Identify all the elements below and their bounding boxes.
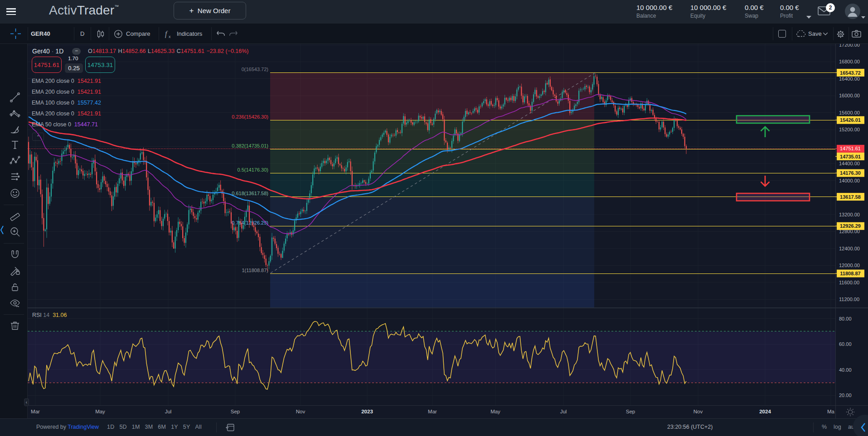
svg-text:Nov: Nov — [296, 409, 305, 414]
svg-text:14400.00: 14400.00 — [839, 161, 860, 166]
svg-text:12400.00: 12400.00 — [839, 246, 860, 251]
svg-text:Jul: Jul — [165, 409, 172, 414]
svg-text:12000.00: 12000.00 — [839, 263, 860, 268]
svg-text:Jul: Jul — [560, 409, 567, 414]
svg-text:x: x — [169, 34, 171, 38]
svg-text:2024: 2024 — [759, 409, 771, 414]
svg-text:12926.29: 12926.29 — [840, 223, 861, 229]
svg-text:1(11808.87): 1(11808.87) — [242, 268, 268, 273]
svg-text:14751.61: 14751.61 — [840, 146, 861, 151]
svg-text:May: May — [490, 409, 500, 414]
svg-text:Mar: Mar — [428, 409, 437, 414]
svg-text:2023: 2023 — [361, 409, 373, 414]
svg-text:0.5(14176.30): 0.5(14176.30) — [238, 167, 269, 172]
svg-text:0.764(12926.29): 0.764(12926.29) — [232, 220, 268, 225]
svg-text:14176.30: 14176.30 — [840, 170, 861, 176]
svg-text:0.618(13617.58): 0.618(13617.58) — [232, 191, 268, 196]
svg-text:Ma: Ma — [827, 409, 835, 414]
svg-text:13617.58: 13617.58 — [840, 194, 861, 200]
svg-text:Sep: Sep — [626, 409, 635, 414]
svg-text:Nov: Nov — [693, 409, 703, 414]
svg-text:16400.00: 16400.00 — [839, 76, 860, 81]
svg-text:14000.00: 14000.00 — [839, 178, 860, 183]
svg-text:17200.00: 17200.00 — [839, 44, 860, 48]
svg-text:16543.72: 16543.72 — [840, 70, 861, 76]
svg-text:15600.00: 15600.00 — [839, 110, 860, 115]
svg-text:16000.00: 16000.00 — [839, 93, 860, 98]
svg-text:13200.00: 13200.00 — [839, 212, 860, 217]
svg-text:40.00: 40.00 — [839, 367, 852, 373]
svg-text:May: May — [95, 409, 105, 414]
svg-text:11808.87: 11808.87 — [840, 271, 860, 276]
svg-text:20.00: 20.00 — [839, 393, 852, 398]
svg-text:11200.00: 11200.00 — [839, 297, 859, 302]
svg-text:11600.00: 11600.00 — [839, 280, 859, 285]
svg-text:15426.01: 15426.01 — [840, 117, 861, 123]
svg-text:0.382(14735.01): 0.382(14735.01) — [232, 143, 268, 149]
svg-text:80.00: 80.00 — [839, 316, 852, 321]
svg-text:Mar: Mar — [31, 409, 40, 414]
svg-text:Sep: Sep — [231, 409, 240, 414]
svg-text:16800.00: 16800.00 — [839, 59, 860, 64]
svg-text:14735.01: 14735.01 — [840, 154, 861, 159]
svg-text:f: f — [165, 30, 168, 38]
svg-text:60.00: 60.00 — [839, 341, 852, 347]
svg-text:15200.00: 15200.00 — [839, 127, 860, 132]
